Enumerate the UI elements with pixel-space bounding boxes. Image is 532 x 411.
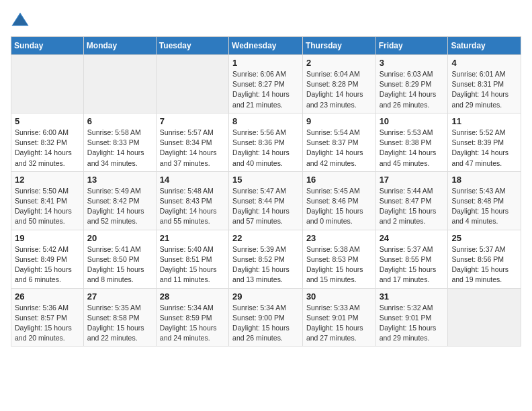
week-row-5: 26Sunrise: 5:36 AM Sunset: 8:57 PM Dayli…	[11, 288, 521, 347]
day-number: 19	[15, 233, 80, 243]
calendar-cell: 7Sunrise: 5:57 AM Sunset: 8:34 PM Daylig…	[156, 113, 228, 171]
day-number: 27	[87, 291, 152, 302]
day-info: Sunrise: 6:01 AM Sunset: 8:31 PM Dayligh…	[451, 69, 517, 110]
calendar-cell: 31Sunrise: 5:32 AM Sunset: 9:01 PM Dayli…	[375, 288, 448, 347]
day-info: Sunrise: 5:53 AM Sunset: 8:38 PM Dayligh…	[380, 128, 445, 169]
day-number: 25	[451, 233, 517, 243]
calendar-cell: 4Sunrise: 6:01 AM Sunset: 8:31 PM Daylig…	[448, 55, 521, 113]
day-number: 11	[451, 116, 517, 126]
day-number: 16	[306, 175, 372, 185]
calendar-table: SundayMondayTuesdayWednesdayThursdayFrid…	[11, 36, 521, 347]
calendar-cell: 27Sunrise: 5:35 AM Sunset: 8:58 PM Dayli…	[83, 288, 156, 347]
day-number: 18	[451, 175, 517, 185]
day-info: Sunrise: 5:57 AM Sunset: 8:34 PM Dayligh…	[160, 128, 225, 169]
day-number: 28	[160, 291, 225, 302]
day-number: 14	[160, 175, 225, 185]
calendar-cell: 30Sunrise: 5:33 AM Sunset: 9:01 PM Dayli…	[302, 288, 375, 347]
calendar-cell: 24Sunrise: 5:37 AM Sunset: 8:55 PM Dayli…	[375, 230, 448, 288]
calendar-cell: 1Sunrise: 6:06 AM Sunset: 8:27 PM Daylig…	[229, 55, 303, 113]
calendar-cell	[11, 55, 84, 113]
calendar-cell: 14Sunrise: 5:48 AM Sunset: 8:43 PM Dayli…	[156, 171, 228, 230]
calendar-cell: 26Sunrise: 5:36 AM Sunset: 8:57 PM Dayli…	[11, 288, 84, 347]
column-header-thursday: Thursday	[302, 37, 375, 55]
calendar-cell: 23Sunrise: 5:38 AM Sunset: 8:53 PM Dayli…	[302, 230, 375, 288]
calendar-cell: 20Sunrise: 5:41 AM Sunset: 8:50 PM Dayli…	[83, 230, 156, 288]
week-row-2: 5Sunrise: 6:00 AM Sunset: 8:32 PM Daylig…	[11, 113, 521, 171]
header-row: SundayMondayTuesdayWednesdayThursdayFrid…	[11, 37, 521, 55]
day-info: Sunrise: 6:03 AM Sunset: 8:29 PM Dayligh…	[380, 69, 445, 110]
column-header-monday: Monday	[83, 37, 156, 55]
column-header-saturday: Saturday	[448, 37, 521, 55]
calendar-cell: 6Sunrise: 5:58 AM Sunset: 8:33 PM Daylig…	[83, 113, 156, 171]
day-info: Sunrise: 5:39 AM Sunset: 8:52 PM Dayligh…	[232, 244, 299, 285]
day-info: Sunrise: 5:33 AM Sunset: 9:01 PM Dayligh…	[306, 303, 372, 344]
calendar-cell: 16Sunrise: 5:45 AM Sunset: 8:46 PM Dayli…	[302, 171, 375, 230]
day-number: 1	[232, 58, 299, 68]
day-info: Sunrise: 5:44 AM Sunset: 8:47 PM Dayligh…	[380, 186, 445, 227]
svg-marker-1	[13, 15, 28, 25]
day-info: Sunrise: 5:47 AM Sunset: 8:44 PM Dayligh…	[232, 186, 299, 227]
day-info: Sunrise: 5:34 AM Sunset: 8:59 PM Dayligh…	[160, 303, 225, 344]
calendar-cell: 13Sunrise: 5:49 AM Sunset: 8:42 PM Dayli…	[83, 171, 156, 230]
calendar-cell: 21Sunrise: 5:40 AM Sunset: 8:51 PM Dayli…	[156, 230, 228, 288]
calendar-cell: 3Sunrise: 6:03 AM Sunset: 8:29 PM Daylig…	[375, 55, 448, 113]
day-number: 29	[232, 291, 299, 302]
day-number: 23	[306, 233, 372, 243]
day-number: 21	[160, 233, 225, 243]
calendar-cell: 25Sunrise: 5:37 AM Sunset: 8:56 PM Dayli…	[448, 230, 521, 288]
calendar-cell: 17Sunrise: 5:44 AM Sunset: 8:47 PM Dayli…	[375, 171, 448, 230]
day-info: Sunrise: 5:37 AM Sunset: 8:56 PM Dayligh…	[451, 244, 517, 285]
day-info: Sunrise: 5:41 AM Sunset: 8:50 PM Dayligh…	[87, 244, 152, 285]
day-number: 10	[380, 116, 445, 126]
calendar-cell	[156, 55, 228, 113]
day-number: 24	[380, 233, 445, 243]
day-number: 15	[232, 175, 299, 185]
calendar-cell: 9Sunrise: 5:54 AM Sunset: 8:37 PM Daylig…	[302, 113, 375, 171]
calendar-cell: 8Sunrise: 5:56 AM Sunset: 8:36 PM Daylig…	[229, 113, 303, 171]
day-number: 3	[380, 58, 445, 68]
calendar-cell: 29Sunrise: 5:34 AM Sunset: 9:00 PM Dayli…	[229, 288, 303, 347]
day-info: Sunrise: 5:37 AM Sunset: 8:55 PM Dayligh…	[380, 244, 445, 285]
calendar-cell: 5Sunrise: 6:00 AM Sunset: 8:32 PM Daylig…	[11, 113, 84, 171]
day-number: 26	[15, 291, 80, 302]
day-number: 12	[15, 175, 80, 185]
day-number: 22	[232, 233, 299, 243]
week-row-1: 1Sunrise: 6:06 AM Sunset: 8:27 PM Daylig…	[11, 55, 521, 113]
column-header-wednesday: Wednesday	[229, 37, 303, 55]
week-row-4: 19Sunrise: 5:42 AM Sunset: 8:49 PM Dayli…	[11, 230, 521, 288]
week-row-3: 12Sunrise: 5:50 AM Sunset: 8:41 PM Dayli…	[11, 171, 521, 230]
logo-icon	[11, 11, 30, 30]
day-info: Sunrise: 5:58 AM Sunset: 8:33 PM Dayligh…	[87, 128, 152, 169]
day-info: Sunrise: 5:56 AM Sunset: 8:36 PM Dayligh…	[232, 128, 299, 169]
calendar-cell	[448, 288, 521, 347]
day-info: Sunrise: 6:06 AM Sunset: 8:27 PM Dayligh…	[232, 69, 299, 110]
day-info: Sunrise: 5:48 AM Sunset: 8:43 PM Dayligh…	[160, 186, 225, 227]
calendar-cell: 10Sunrise: 5:53 AM Sunset: 8:38 PM Dayli…	[375, 113, 448, 171]
page-header	[11, 11, 521, 30]
calendar-cell: 11Sunrise: 5:52 AM Sunset: 8:39 PM Dayli…	[448, 113, 521, 171]
day-number: 2	[306, 58, 372, 68]
calendar-cell: 12Sunrise: 5:50 AM Sunset: 8:41 PM Dayli…	[11, 171, 84, 230]
column-header-tuesday: Tuesday	[156, 37, 228, 55]
day-number: 8	[232, 116, 299, 126]
calendar-cell: 15Sunrise: 5:47 AM Sunset: 8:44 PM Dayli…	[229, 171, 303, 230]
day-info: Sunrise: 6:04 AM Sunset: 8:28 PM Dayligh…	[306, 69, 372, 110]
day-number: 7	[160, 116, 225, 126]
day-info: Sunrise: 5:40 AM Sunset: 8:51 PM Dayligh…	[160, 244, 225, 285]
column-header-friday: Friday	[375, 37, 448, 55]
day-info: Sunrise: 5:38 AM Sunset: 8:53 PM Dayligh…	[306, 244, 372, 285]
day-number: 20	[87, 233, 152, 243]
calendar-cell: 2Sunrise: 6:04 AM Sunset: 8:28 PM Daylig…	[302, 55, 375, 113]
calendar-cell: 19Sunrise: 5:42 AM Sunset: 8:49 PM Dayli…	[11, 230, 84, 288]
day-info: Sunrise: 6:00 AM Sunset: 8:32 PM Dayligh…	[15, 128, 80, 169]
day-number: 13	[87, 175, 152, 185]
calendar-cell: 22Sunrise: 5:39 AM Sunset: 8:52 PM Dayli…	[229, 230, 303, 288]
day-number: 4	[451, 58, 517, 68]
day-info: Sunrise: 5:45 AM Sunset: 8:46 PM Dayligh…	[306, 186, 372, 227]
day-number: 17	[380, 175, 445, 185]
day-number: 9	[306, 116, 372, 126]
column-header-sunday: Sunday	[11, 37, 84, 55]
day-info: Sunrise: 5:50 AM Sunset: 8:41 PM Dayligh…	[15, 186, 80, 227]
day-info: Sunrise: 5:49 AM Sunset: 8:42 PM Dayligh…	[87, 186, 152, 227]
day-number: 6	[87, 116, 152, 126]
